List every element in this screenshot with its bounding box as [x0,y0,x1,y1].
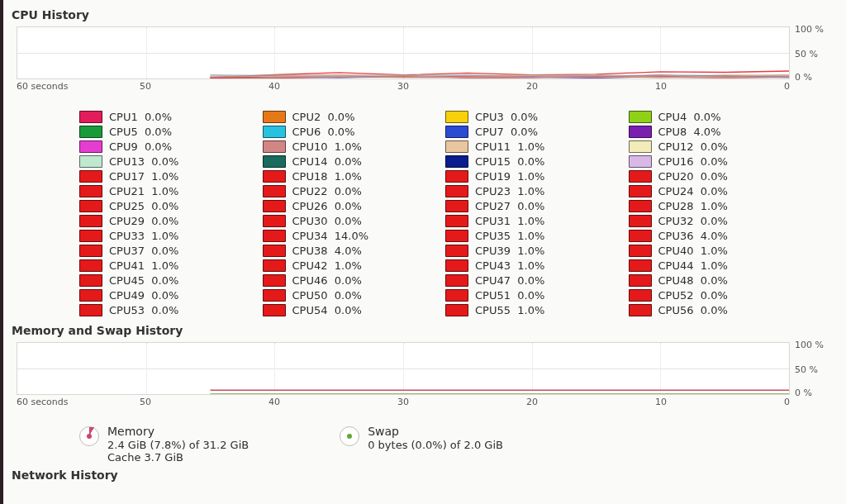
cpu-color-swatch [445,230,468,242]
memory-history-title: Memory and Swap History [12,324,834,337]
cpu-legend-item[interactable]: CPU26 0.0% [263,198,430,213]
cpu-color-swatch [79,215,102,227]
cpu-legend-item[interactable]: CPU15 0.0% [445,154,612,169]
cpu-legend-item[interactable]: CPU11 1.0% [445,139,612,154]
cpu-legend-item[interactable]: CPU16 0.0% [629,154,796,169]
cpu-legend-item[interactable]: CPU5 0.0% [79,124,246,139]
cpu-label: CPU50 0.0% [292,289,362,302]
cpu-color-swatch [445,126,468,138]
swap-summary: Swap 0 bytes (0.0%) of 2.0 GiB [340,425,503,464]
cpu-legend-item[interactable]: CPU50 0.0% [263,288,430,302]
cpu-legend-item[interactable]: CPU12 0.0% [629,139,796,154]
cpu-legend-item[interactable]: CPU40 1.0% [629,243,796,258]
cpu-color-swatch [79,185,102,197]
cpu-legend-item[interactable]: CPU46 0.0% [263,273,430,288]
cpu-legend-item[interactable]: CPU41 1.0% [79,258,246,273]
cpu-color-swatch [263,230,286,242]
cpu-legend-item[interactable]: CPU29 0.0% [79,213,246,228]
cpu-color-swatch [263,126,286,138]
cpu-legend-item[interactable]: CPU19 1.0% [445,169,612,183]
cpu-legend-item[interactable]: CPU10 1.0% [263,139,430,154]
cpu-legend-item[interactable]: CPU20 0.0% [629,169,796,183]
cpu-label: CPU14 0.0% [292,155,362,168]
cpu-color-swatch [263,215,286,227]
cpu-label: CPU42 1.0% [292,259,362,272]
cpu-label: CPU2 0.0% [292,111,355,123]
cpu-legend-item[interactable]: CPU22 0.0% [263,183,430,198]
cpu-label: CPU25 0.0% [109,200,178,212]
cpu-legend-item[interactable]: CPU55 1.0% [445,302,612,317]
cpu-color-swatch [629,215,652,227]
cpu-legend-item[interactable]: CPU6 0.0% [263,124,430,139]
cpu-label: CPU26 0.0% [292,200,362,212]
cpu-label: CPU35 1.0% [475,230,544,242]
x-tick: 0 [784,81,790,92]
cpu-label: CPU32 0.0% [658,215,728,227]
x-tick: 30 [397,81,409,92]
cpu-color-swatch [445,155,468,168]
cpu-label: CPU16 0.0% [658,155,728,168]
cpu-legend-item[interactable]: CPU47 0.0% [445,273,612,288]
cpu-label: CPU54 0.0% [292,304,362,316]
cpu-legend-item[interactable]: CPU31 1.0% [445,213,612,228]
cpu-legend-item[interactable]: CPU21 1.0% [79,183,246,198]
cpu-legend-item[interactable]: CPU35 1.0% [445,228,612,243]
cpu-color-swatch [263,289,286,302]
cpu-label: CPU10 1.0% [292,140,362,153]
cpu-legend-item[interactable]: CPU25 0.0% [79,198,246,213]
cpu-legend-item[interactable]: CPU27 0.0% [445,198,612,213]
cpu-legend-item[interactable]: CPU49 0.0% [79,288,246,302]
cpu-legend-item[interactable]: CPU33 1.0% [79,228,246,243]
cpu-legend-item[interactable]: CPU2 0.0% [263,109,430,124]
cpu-color-swatch [263,245,286,257]
cpu-legend-item[interactable]: CPU18 1.0% [263,169,430,183]
cpu-color-swatch [79,170,102,183]
cpu-legend-item[interactable]: CPU37 0.0% [79,243,246,258]
cpu-legend-item[interactable]: CPU48 0.0% [629,273,796,288]
cpu-legend-item[interactable]: CPU52 0.0% [629,288,796,302]
cpu-legend-item[interactable]: CPU3 0.0% [445,109,612,124]
cpu-color-swatch [79,304,102,316]
cpu-legend-item[interactable]: CPU13 0.0% [79,154,246,169]
cpu-legend-item[interactable]: CPU23 1.0% [445,183,612,198]
cpu-legend-item[interactable]: CPU17 1.0% [79,169,246,183]
cpu-legend-item[interactable]: CPU51 0.0% [445,288,612,302]
cpu-legend-item[interactable]: CPU42 1.0% [263,258,430,273]
cpu-label: CPU55 1.0% [475,304,544,316]
cpu-label: CPU1 0.0% [109,111,172,123]
cpu-legend-item[interactable]: CPU44 1.0% [629,258,796,273]
cpu-legend-item[interactable]: CPU34 14.0% [263,228,430,243]
cpu-legend-item[interactable]: CPU30 0.0% [263,213,430,228]
memory-cache: Cache 3.7 GiB [107,451,249,464]
cpu-color-swatch [79,111,102,123]
cpu-legend-item[interactable]: CPU36 4.0% [629,228,796,243]
cpu-legend-item[interactable]: CPU14 0.0% [263,154,430,169]
cpu-legend-item[interactable]: CPU38 4.0% [263,243,430,258]
cpu-color-swatch [629,274,652,287]
cpu-legend-item[interactable]: CPU56 0.0% [629,302,796,317]
cpu-legend-item[interactable]: CPU24 0.0% [629,183,796,198]
cpu-label: CPU17 1.0% [109,170,178,183]
cpu-legend-item[interactable]: CPU32 0.0% [629,213,796,228]
cpu-label: CPU9 0.0% [109,140,172,153]
x-tick: 10 [655,397,667,407]
cpu-legend-item[interactable]: CPU53 0.0% [79,302,246,317]
cpu-label: CPU48 0.0% [658,274,728,287]
cpu-color-swatch [445,274,468,287]
cpu-legend-item[interactable]: CPU9 0.0% [79,139,246,154]
cpu-color-swatch [445,111,468,123]
cpu-y-100: 100 % [795,24,834,35]
cpu-legend-item[interactable]: CPU8 4.0% [629,124,796,139]
cpu-legend-item[interactable]: CPU7 0.0% [445,124,612,139]
cpu-legend-item[interactable]: CPU45 0.0% [79,273,246,288]
cpu-legend-item[interactable]: CPU4 0.0% [629,109,796,124]
cpu-legend-item[interactable]: CPU43 1.0% [445,258,612,273]
cpu-label: CPU46 0.0% [292,274,362,287]
cpu-legend-item[interactable]: CPU1 0.0% [79,109,246,124]
cpu-label: CPU13 0.0% [109,155,178,168]
cpu-color-swatch [629,230,652,242]
cpu-legend-item[interactable]: CPU39 1.0% [445,243,612,258]
cpu-label: CPU3 0.0% [475,111,538,123]
cpu-legend-item[interactable]: CPU54 0.0% [263,302,430,317]
cpu-legend-item[interactable]: CPU28 1.0% [629,198,796,213]
